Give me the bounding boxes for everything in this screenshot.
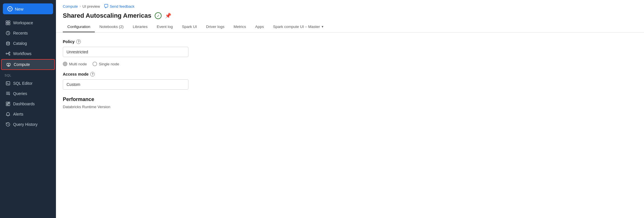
svg-rect-12 (8, 102, 10, 103)
sidebar-item-sql-editor[interactable]: SQL Editor (1, 78, 55, 88)
svg-rect-14 (6, 104, 8, 106)
alerts-icon (6, 112, 10, 116)
sidebar-item-label: Workflows (13, 51, 31, 56)
access-mode-value: Custom (63, 79, 188, 90)
compute-icon (6, 62, 11, 67)
single-node-option[interactable]: Single node (92, 62, 119, 66)
svg-point-7 (9, 52, 10, 53)
queries-icon (6, 91, 10, 96)
tab-configuration[interactable]: Configuration (63, 22, 95, 32)
tab-metrics[interactable]: Metrics (229, 22, 251, 32)
sidebar-item-label: Workspace (13, 21, 33, 25)
svg-rect-0 (6, 21, 8, 23)
status-badge: ✓ (155, 12, 162, 19)
tab-apps[interactable]: Apps (251, 22, 269, 32)
recents-icon (6, 31, 10, 35)
sidebar-item-alerts[interactable]: Alerts (1, 109, 55, 119)
access-mode-label: Access mode ? (63, 72, 637, 76)
configuration-content: Policy ? Unrestricted Multi node Single … (56, 33, 644, 218)
send-feedback-link[interactable]: Send feedback (104, 4, 134, 9)
page-header: Shared Autoscaling Americas ✓ 📌 (56, 10, 644, 19)
svg-rect-2 (6, 23, 8, 25)
policy-value: Unrestricted (63, 47, 188, 57)
policy-label: Policy ? (63, 39, 637, 44)
sql-section-label: SQL (0, 70, 56, 78)
sidebar-item-label: Dashboards (13, 102, 35, 106)
tab-spark-compute-ui[interactable]: Spark compute UI – Master ▼ (269, 22, 329, 32)
sidebar-item-compute[interactable]: Compute (1, 59, 55, 70)
new-button-label: New (15, 7, 23, 11)
tab-spark-ui[interactable]: Spark UI (177, 22, 202, 32)
sidebar-item-dashboards[interactable]: Dashboards (1, 99, 55, 109)
tab-event-log[interactable]: Event log (152, 22, 177, 32)
tab-driver-logs[interactable]: Driver logs (202, 22, 229, 32)
sql-editor-icon (6, 81, 10, 86)
tabs-bar: Configuration Notebooks (2) Libraries Ev… (56, 22, 644, 33)
breadcrumb-compute-link[interactable]: Compute (63, 4, 78, 9)
svg-rect-3 (8, 23, 10, 25)
runtime-version-label: Databricks Runtime Version (63, 105, 637, 109)
plus-icon: + (7, 6, 13, 11)
tab-libraries[interactable]: Libraries (128, 22, 152, 32)
query-history-icon (6, 122, 10, 127)
sidebar-item-label: Compute (14, 62, 30, 67)
sidebar-item-label: Alerts (13, 112, 23, 116)
new-button[interactable]: + New (3, 3, 53, 14)
workflows-icon (6, 51, 10, 56)
svg-rect-11 (6, 102, 8, 104)
sidebar-item-label: Catalog (13, 41, 27, 46)
page-title: Shared Autoscaling Americas (63, 12, 151, 19)
breadcrumb-ui-preview: UI preview (82, 4, 100, 9)
access-mode-help-icon[interactable]: ? (90, 72, 95, 76)
svg-rect-10 (6, 82, 10, 85)
send-feedback-label: Send feedback (110, 4, 134, 9)
svg-point-9 (8, 64, 9, 65)
access-mode-field: Access mode ? Custom (63, 72, 637, 90)
pin-icon[interactable]: 📌 (165, 13, 171, 19)
performance-title: Performance (63, 96, 637, 102)
sidebar-item-recents[interactable]: Recents (1, 28, 55, 38)
svg-point-5 (7, 42, 10, 43)
multi-node-radio (63, 62, 67, 66)
sidebar-item-label: Query History (13, 122, 38, 127)
main-content: Compute › UI preview Send feedback Share… (56, 0, 644, 218)
tab-spark-compute-label: Spark compute UI – Master (273, 25, 320, 29)
svg-point-6 (6, 53, 7, 54)
single-node-label: Single node (99, 62, 119, 66)
breadcrumb: Compute › UI preview Send feedback (56, 0, 644, 10)
sidebar-item-workspace[interactable]: Workspace (1, 18, 55, 28)
breadcrumb-separator: › (80, 4, 81, 8)
sidebar-item-label: SQL Editor (13, 81, 33, 86)
svg-rect-1 (8, 21, 10, 23)
chevron-down-icon: ▼ (321, 25, 324, 28)
tab-notebooks[interactable]: Notebooks (2) (95, 22, 128, 32)
sidebar-item-label: Recents (13, 31, 28, 35)
node-radio-group: Multi node Single node (63, 62, 637, 66)
policy-help-icon[interactable]: ? (76, 39, 81, 44)
sidebar-item-query-history[interactable]: Query History (1, 120, 55, 129)
sidebar-item-label: Queries (13, 91, 27, 96)
multi-node-option[interactable]: Multi node (63, 62, 87, 66)
svg-rect-13 (8, 104, 10, 106)
catalog-icon (6, 41, 10, 46)
dashboards-icon (6, 102, 10, 106)
single-node-radio (92, 62, 97, 66)
multi-node-label: Multi node (69, 62, 87, 66)
sidebar: + New Workspace Recents (0, 0, 56, 218)
chat-bubble-icon (104, 4, 108, 9)
performance-section: Performance Databricks Runtime Version (63, 96, 637, 109)
sidebar-item-workflows[interactable]: Workflows (1, 49, 55, 58)
policy-field: Policy ? Unrestricted (63, 39, 637, 57)
workspace-icon (6, 21, 10, 25)
sidebar-item-queries[interactable]: Queries (1, 89, 55, 98)
sidebar-item-catalog[interactable]: Catalog (1, 39, 55, 48)
